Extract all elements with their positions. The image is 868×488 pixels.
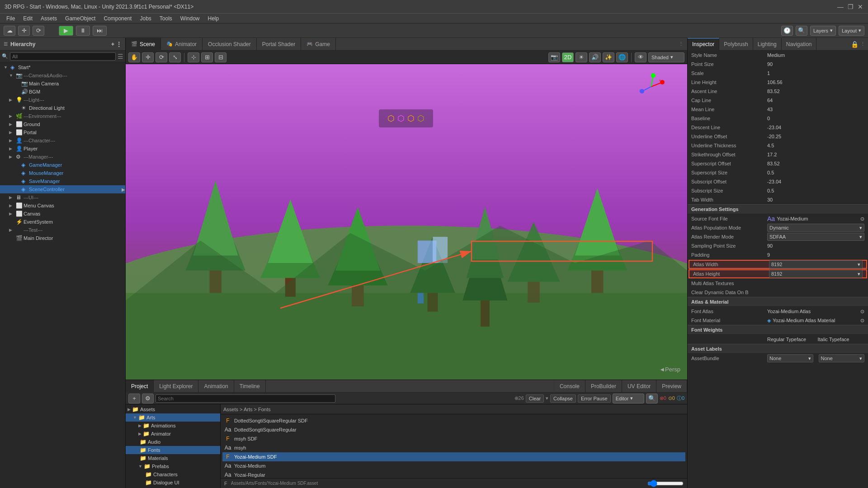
tree-item-ground[interactable]: ▶ ⬜ Ground bbox=[0, 120, 125, 128]
asset-item-arts[interactable]: ▼ 📁 Arts bbox=[126, 413, 220, 422]
inspector-tab-lighting[interactable]: Lighting bbox=[753, 38, 782, 51]
file-msyh-sdf[interactable]: F msyh SDF bbox=[222, 434, 685, 443]
tab-animation[interactable]: Animation bbox=[198, 380, 234, 393]
tab-scene[interactable]: 🎬 Scene bbox=[126, 38, 161, 51]
tree-item-dir-light[interactable]: ☀ Directional Light bbox=[0, 104, 125, 112]
error-pause-button[interactable]: Error Pause bbox=[578, 394, 611, 403]
tab-light-explorer[interactable]: Light Explorer bbox=[154, 380, 198, 393]
asset-labels-header[interactable]: Asset Labels bbox=[688, 344, 868, 354]
tree-item-event-system[interactable]: ⚡ EventSystem bbox=[0, 218, 125, 226]
clear-button[interactable]: Clear bbox=[526, 394, 544, 403]
tree-item-start[interactable]: ▼ ◈ Start* bbox=[0, 63, 125, 71]
menu-jobs[interactable]: Jobs bbox=[136, 14, 155, 23]
asset-item-audio[interactable]: 📁 Audio bbox=[126, 438, 220, 446]
scene-skybox-btn[interactable]: 🌐 bbox=[616, 52, 628, 62]
asset-item-animations[interactable]: ▶ 📁 Animations bbox=[126, 422, 220, 430]
play-button[interactable]: ▶ bbox=[59, 26, 73, 36]
generation-settings-header[interactable]: Generation Settings bbox=[688, 204, 868, 214]
project-search-btn[interactable]: ⚙ bbox=[142, 394, 154, 404]
menu-edit[interactable]: Edit bbox=[19, 14, 36, 23]
asset-item-prefabs[interactable]: ▼ 📁 Prefabs bbox=[126, 462, 220, 470]
snap-btn[interactable]: ⊟ bbox=[215, 52, 226, 62]
collapse-button[interactable]: Collapse bbox=[550, 394, 576, 403]
scene-tab-overflow[interactable]: ⋮ bbox=[679, 41, 687, 47]
asset-item-materials[interactable]: 📁 Materials bbox=[126, 454, 220, 462]
tab-project[interactable]: Project bbox=[126, 380, 154, 393]
grid-btn[interactable]: ⊞ bbox=[201, 52, 213, 62]
step-button[interactable]: ⏭ bbox=[93, 26, 107, 36]
tree-item-mouse-manager[interactable]: ◈ MouseManager bbox=[0, 169, 125, 177]
asset-bundle-dropdown2[interactable]: None ▾ bbox=[819, 354, 865, 362]
tree-item-camera[interactable]: ▼ 📷 ---Camera&Audio--- bbox=[0, 71, 125, 80]
tab-portal[interactable]: Portal Shader bbox=[257, 38, 301, 51]
font-material-pick-btn[interactable]: ⊙ bbox=[860, 318, 864, 324]
maximize-button[interactable]: ❐ bbox=[847, 4, 854, 10]
tab-probuilder[interactable]: ProBuilder bbox=[585, 380, 622, 393]
tree-item-scene-controller[interactable]: ◈ SceneController ▶ bbox=[0, 185, 125, 193]
search-toolbar-btn[interactable]: 🔍 bbox=[796, 26, 807, 36]
close-button[interactable]: ✕ bbox=[857, 4, 863, 10]
atlas-render-dropdown[interactable]: SDFAA ▾ bbox=[767, 233, 864, 241]
menu-help[interactable]: Help bbox=[204, 14, 223, 23]
inspector-menu-btn[interactable]: ⋮ bbox=[860, 41, 865, 47]
hand-scene-btn[interactable]: ✋ bbox=[128, 52, 140, 62]
gizmo-btn[interactable]: 👁 bbox=[635, 52, 646, 62]
file-dotted-sdf[interactable]: F DottedSongtiSquareRegular SDF bbox=[222, 416, 685, 425]
project-search-input[interactable] bbox=[156, 394, 335, 403]
menu-tools[interactable]: Tools bbox=[156, 14, 176, 23]
asset-item-fonts[interactable]: 📁 Fonts bbox=[126, 446, 220, 454]
file-yozai-medium[interactable]: Aa Yozai-Medium bbox=[222, 461, 685, 470]
tab-timeline[interactable]: Timeline bbox=[234, 380, 266, 393]
file-yozai-regular[interactable]: Aa Yozai-Regular bbox=[222, 470, 685, 478]
tree-item-game-manager[interactable]: ◈ GameManager bbox=[0, 161, 125, 169]
menu-component[interactable]: Component bbox=[100, 14, 135, 23]
minimize-button[interactable]: — bbox=[837, 4, 844, 10]
inspector-tab-navigation[interactable]: Navigation bbox=[782, 38, 817, 51]
layout-dropdown[interactable]: Layout ▾ bbox=[839, 26, 864, 36]
scene-light-btn[interactable]: ☀ bbox=[576, 52, 587, 62]
layers-dropdown[interactable]: Layers ▾ bbox=[810, 26, 836, 36]
rotate-scene-btn[interactable]: ⟳ bbox=[156, 52, 167, 62]
hierarchy-menu-btn[interactable]: ⋮ bbox=[116, 41, 122, 47]
hand-tool[interactable]: ☁ bbox=[4, 26, 15, 36]
tree-item-manager-sep[interactable]: ▶ ⚙ ---Manager--- bbox=[0, 153, 125, 161]
move-scene-btn[interactable]: ✛ bbox=[142, 52, 154, 62]
menu-gameobject[interactable]: GameObject bbox=[61, 14, 99, 23]
scene-cam-btn[interactable]: 📷 bbox=[548, 52, 560, 62]
console-search-btn[interactable]: 🔍 bbox=[646, 394, 658, 404]
tree-item-canvas[interactable]: ▶ ⬜ Canvas bbox=[0, 210, 125, 218]
hierarchy-add-btn[interactable]: + bbox=[111, 41, 114, 47]
pause-button[interactable]: ⏸ bbox=[76, 26, 90, 36]
window-controls[interactable]: — ❐ ✕ bbox=[837, 4, 863, 10]
scene-fx-btn[interactable]: ✨ bbox=[603, 52, 614, 62]
tab-uv-editor[interactable]: UV Editor bbox=[622, 380, 656, 393]
menu-window[interactable]: Window bbox=[177, 14, 203, 23]
editor-dropdown[interactable]: Editor▾ bbox=[613, 394, 644, 404]
tree-item-main-camera[interactable]: 📷 Main Camera bbox=[0, 80, 125, 88]
tree-item-env-sep[interactable]: ▶ 🌿 ---Environment--- bbox=[0, 112, 125, 120]
menu-assets[interactable]: Assets bbox=[37, 14, 61, 23]
asset-item-animator[interactable]: ▶ 📁 Animator bbox=[126, 430, 220, 438]
tree-item-test-sep[interactable]: ▶ ---Test--- bbox=[0, 226, 125, 234]
tree-item-main-director[interactable]: 🎬 Main Director bbox=[0, 234, 125, 242]
atlas-population-dropdown[interactable]: Dynamic ▾ bbox=[767, 224, 864, 232]
atlas-material-header[interactable]: Atlas & Material bbox=[688, 297, 868, 307]
inspector-tab-polybrush[interactable]: Polybrush bbox=[719, 38, 753, 51]
tree-item-save-manager[interactable]: ◈ SaveManager bbox=[0, 177, 125, 185]
file-yozai-medium-sdf[interactable]: F Yozai-Medium SDF bbox=[222, 452, 685, 461]
file-dotted-regular[interactable]: Aa DottedSongtiSquareRegular bbox=[222, 425, 685, 434]
tree-item-portal[interactable]: ▶ ⬜ Portal bbox=[0, 128, 125, 136]
scene-2d-btn[interactable]: 2D bbox=[562, 52, 574, 62]
asset-item-assets[interactable]: ▶ 📁 Assets bbox=[126, 405, 220, 413]
tree-item-menu-canvas[interactable]: ▶ ⬜ Menu Canvas bbox=[0, 202, 125, 210]
atlas-width-dropdown[interactable]: 8192 ▾ bbox=[769, 260, 863, 268]
tab-game[interactable]: 🎮 Game bbox=[301, 38, 336, 51]
tree-item-player[interactable]: ▶ 👤 Player bbox=[0, 145, 125, 153]
tab-preview[interactable]: Preview bbox=[656, 380, 687, 393]
history-icon[interactable]: 🕐 bbox=[781, 26, 793, 36]
tree-item-light-sep[interactable]: ▶ 💡 ---Light--- bbox=[0, 96, 125, 104]
font-atlas-pick-btn[interactable]: ⊙ bbox=[860, 309, 864, 314]
font-weights-header[interactable]: Font Weights bbox=[688, 325, 868, 335]
tab-console[interactable]: Console bbox=[554, 380, 585, 393]
scale-scene-btn[interactable]: ⤡ bbox=[169, 52, 181, 62]
